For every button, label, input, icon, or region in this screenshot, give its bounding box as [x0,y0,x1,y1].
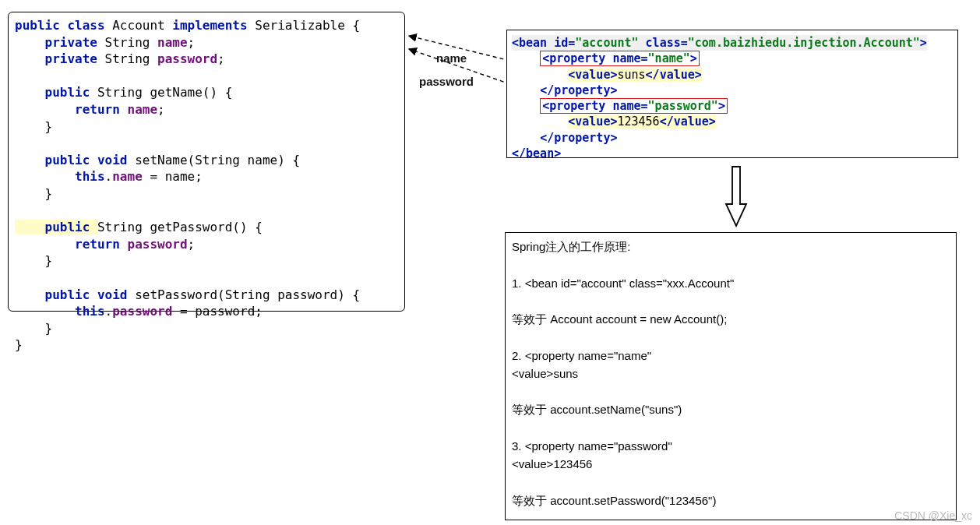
explain-line-5: 3. <property name="password" [512,437,950,455]
java-code-panel: public class Account implements Serializ… [8,12,405,312]
arrow-label-password: password [419,75,474,88]
explain-line-1: 1. <bean id="account" class="xxx.Account… [512,274,950,292]
xml-code: <bean id="account" class="com.baizhiedu.… [512,35,953,158]
java-code: public class Account implements Serializ… [15,17,398,354]
down-arrow-icon [724,165,748,227]
explain-line-2: 等效于 Account account = new Account(); [512,310,950,328]
xml-config-panel: <bean id="account" class="com.baizhiedu.… [506,30,958,158]
explain-line-6: 等效于 account.setPassword("123456") [512,492,950,509]
explain-line-4: 等效于 account.setName("suns") [512,400,950,418]
arrow-label-name: name [436,51,467,65]
explanation-panel: Spring注入的工作原理: 1. <bean id="account" cla… [505,232,957,520]
explain-line-3: 2. <property name="name" [512,347,950,365]
explain-line-5b: <value>123456 [512,455,950,473]
property-name-tag: <property name="name"> [540,51,700,66]
property-password-tag: <property name="password"> [540,98,728,114]
explain-line-3b: <value>suns [512,365,950,382]
watermark: CSDN @Xie_xc [894,509,972,522]
explain-title: Spring注入的工作原理: [512,238,950,255]
